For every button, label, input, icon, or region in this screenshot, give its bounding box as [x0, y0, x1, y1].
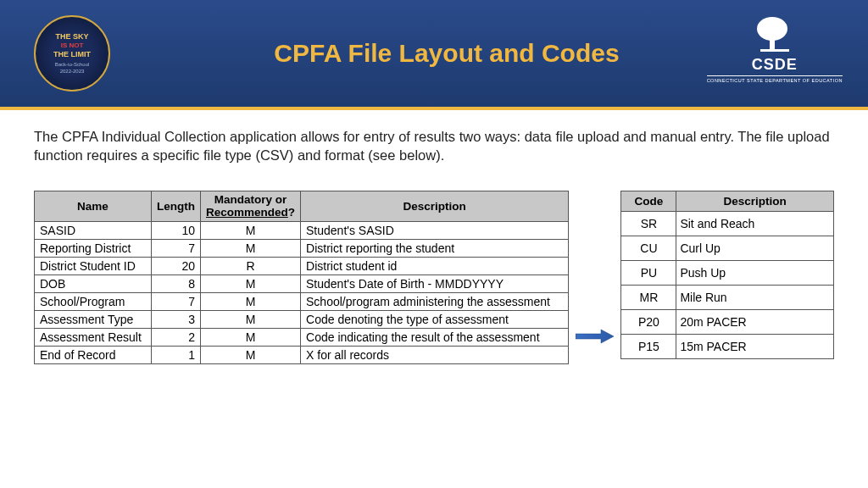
header-length: Length: [152, 191, 201, 221]
cell-mr: M: [201, 221, 301, 239]
cell-code: SR: [621, 211, 676, 236]
cell-name: SASID: [35, 221, 152, 239]
header-name: Name: [35, 191, 152, 221]
cell-desc: Push Up: [676, 260, 834, 285]
cell-name: Assessment Result: [35, 328, 152, 346]
table-row: Reporting District 7 M District reportin…: [35, 239, 569, 257]
table-row: District Student ID 20 R District studen…: [35, 257, 569, 274]
cell-mr: M: [201, 239, 301, 257]
badge-line4: Back-to-School: [55, 62, 90, 68]
table-row: SASID 10 M Student's SASID: [35, 221, 569, 239]
cell-name: School/Program: [35, 292, 152, 310]
intro-text: The CPFA Individual Collection applicati…: [34, 127, 834, 165]
header-description: Description: [301, 191, 569, 221]
table-row: SR Sit and Reach: [621, 211, 834, 236]
cell-length: 10: [152, 221, 201, 239]
cell-mr: R: [201, 257, 301, 274]
svg-rect-1: [770, 37, 775, 51]
cell-length: 8: [152, 274, 201, 292]
cell-desc: District reporting the student: [301, 239, 569, 257]
cell-code: MR: [621, 285, 676, 309]
table-row: Assessment Type 3 M Code denoting the ty…: [35, 310, 569, 328]
table-row: DOB 8 M Student's Date of Birth - MMDDYY…: [35, 274, 569, 292]
svg-rect-2: [760, 49, 789, 52]
table-row: School/Program 7 M School/program admini…: [35, 292, 569, 310]
cell-desc: Sit and Reach: [676, 211, 834, 236]
cell-length: 7: [152, 292, 201, 310]
cell-code: P20: [621, 309, 676, 334]
cell-name: Reporting District: [35, 239, 152, 257]
cell-desc: 20m PACER: [676, 309, 834, 334]
cell-name: District Student ID: [35, 257, 152, 274]
cell-desc: Code indicating the result of the assess…: [301, 328, 569, 346]
header-mandatory: Mandatory or Recommended?: [201, 191, 301, 221]
table-row: P15 15m PACER: [621, 334, 834, 358]
table-row: CU Curl Up: [621, 236, 834, 260]
slide-header: THE SKY IS NOT THE LIMIT Back-to-School …: [0, 0, 868, 110]
badge-line1: THE SKY: [55, 32, 88, 42]
cell-desc: District student id: [301, 257, 569, 274]
table-row: PU Push Up: [621, 260, 834, 285]
logo-subtitle: CONNECTICUT STATE DEPARTMENT OF EDUCATIO…: [707, 75, 843, 83]
arrow-icon: [576, 328, 614, 345]
cell-desc: X for all records: [301, 346, 569, 363]
cell-code: P15: [621, 334, 676, 358]
badge-line5: 2022-2023: [60, 69, 85, 75]
cell-mr: M: [201, 274, 301, 292]
badge-line3: THE LIMIT: [53, 50, 91, 59]
svg-point-0: [757, 17, 787, 41]
cell-name: DOB: [35, 274, 152, 292]
cell-code: PU: [621, 260, 676, 285]
cell-length: 7: [152, 239, 201, 257]
csde-logo: CSDE CONNECTICUT STATE DEPARTMENT OF EDU…: [707, 15, 843, 83]
cell-length: 3: [152, 310, 201, 328]
cell-length: 20: [152, 257, 201, 274]
table-header-row: Name Length Mandatory or Recommended? De…: [35, 191, 569, 221]
cell-code: CU: [621, 236, 676, 260]
cell-mr: M: [201, 328, 301, 346]
table-row: Assessment Result 2 M Code indicating th…: [35, 328, 569, 346]
cell-desc: 15m PACER: [676, 334, 834, 358]
tables-container: Name Length Mandatory or Recommended? De…: [34, 191, 834, 364]
header-description: Description: [676, 191, 834, 211]
codes-table: Code Description SR Sit and ReachCU Curl…: [620, 191, 834, 359]
cell-name: End of Record: [35, 346, 152, 363]
cell-desc: Code denoting the type of assessment: [301, 310, 569, 328]
cell-desc: Mile Run: [676, 285, 834, 309]
header-code: Code: [621, 191, 676, 211]
table-header-row: Code Description: [621, 191, 834, 211]
cell-mr: M: [201, 292, 301, 310]
file-layout-table: Name Length Mandatory or Recommended? De…: [34, 191, 569, 364]
table-row: End of Record 1 M X for all records: [35, 346, 569, 363]
cell-mr: M: [201, 310, 301, 328]
table-row: MR Mile Run: [621, 285, 834, 309]
cell-desc: School/program administering the assessm…: [301, 292, 569, 310]
cell-desc: Curl Up: [676, 236, 834, 260]
cell-mr: M: [201, 346, 301, 363]
cell-length: 1: [152, 346, 201, 363]
cell-name: Assessment Type: [35, 310, 152, 328]
cell-length: 2: [152, 328, 201, 346]
cell-desc: Student's Date of Birth - MMDDYYYY: [301, 274, 569, 292]
logo-text: CSDE: [707, 56, 843, 74]
table-row: P20 20m PACER: [621, 309, 834, 334]
cell-desc: Student's SASID: [301, 221, 569, 239]
badge-line2: IS NOT: [61, 42, 84, 50]
tree-icon: [707, 15, 843, 58]
slide-content: The CPFA Individual Collection applicati…: [0, 110, 868, 364]
sky-badge: THE SKY IS NOT THE LIMIT Back-to-School …: [34, 15, 110, 92]
